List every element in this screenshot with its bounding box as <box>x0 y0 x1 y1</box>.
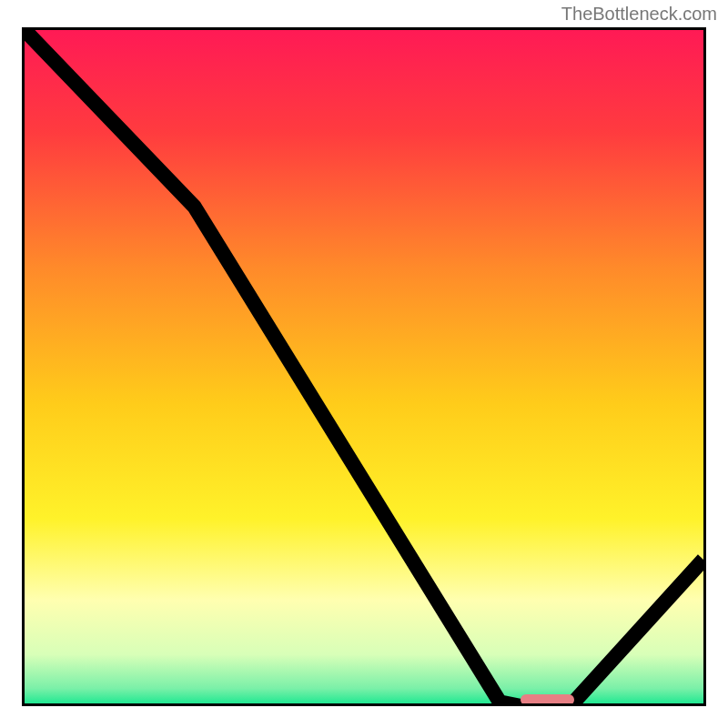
optimal-marker <box>521 694 575 705</box>
curve-line <box>25 30 703 706</box>
chart-plot-area <box>22 27 706 706</box>
attribution-text: TheBottleneck.com <box>561 4 717 25</box>
